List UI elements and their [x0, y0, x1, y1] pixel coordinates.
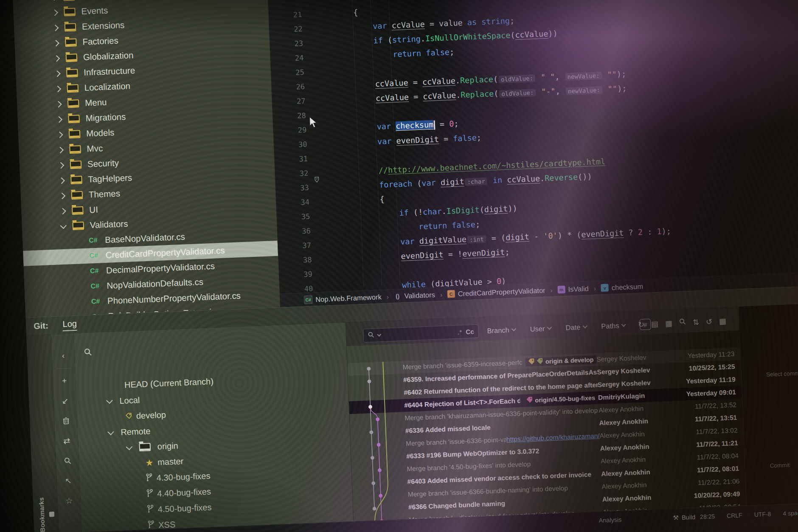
- code-token: var: [421, 178, 436, 187]
- commit-list[interactable]: Merge branch 'issue-6359-increase-perfor…: [347, 330, 747, 521]
- code-token: ;: [505, 247, 510, 256]
- compare-arrows-icon[interactable]: ⇄: [62, 436, 72, 446]
- refresh-icon[interactable]: ↻: [638, 320, 644, 329]
- code-editor[interactable]: ? ext methods? exposing APIs override bo…: [268, 0, 798, 307]
- chevron-right-icon[interactable]: [56, 116, 62, 123]
- filter-branch[interactable]: Branch: [487, 326, 519, 335]
- incoming-arrow-icon[interactable]: ↙: [60, 396, 70, 406]
- match-case-toggle[interactable]: Cc: [466, 328, 474, 335]
- commit-rows: Merge branch 'issue-6359-increase-perfor…: [347, 347, 746, 521]
- collapse-icon[interactable]: ‹: [58, 351, 69, 361]
- chevron-right-icon[interactable]: [51, 0, 58, 0]
- filter-paths[interactable]: Paths: [601, 321, 629, 330]
- breadcrumb-item-creditcardpropertyvalidator[interactable]: CCreditCardPropertyValidator: [447, 286, 545, 298]
- code-token: evenDigit: [462, 248, 505, 258]
- code-token: [317, 36, 374, 47]
- filter-label: User: [530, 324, 545, 333]
- breadcrumb-separator: ›: [593, 284, 596, 292]
- fold-gutter: [309, 43, 317, 43]
- chevron-down-icon[interactable]: [107, 429, 114, 436]
- line-number: 24: [270, 53, 310, 63]
- git-branches-panel[interactable]: HEAD (Current Branch)LocaldevelopRemoteo…: [74, 322, 354, 532]
- chevron-down-icon[interactable]: [126, 444, 133, 450]
- chevron-right-icon[interactable]: [54, 70, 61, 77]
- commit-date: 11/7/22, 11:21: [674, 439, 744, 450]
- find-icon[interactable]: [679, 318, 686, 328]
- commit-tag[interactable]: origin/4.50-bug-fixes: [523, 394, 598, 405]
- chevron-right-icon[interactable]: [57, 146, 64, 153]
- tab-log[interactable]: Log: [62, 318, 77, 331]
- chevron-down-icon[interactable]: [106, 397, 113, 404]
- reset-icon[interactable]: ↺: [706, 317, 713, 327]
- status-build[interactable]: ⚒ Build: [673, 513, 695, 522]
- chevron-down-icon: [583, 324, 587, 328]
- status-widget-4-spaces[interactable]: 4 spaces: [783, 509, 798, 517]
- code-token: [322, 166, 379, 177]
- code-token: (: [425, 279, 435, 288]
- chevron-right-icon[interactable]: [58, 177, 65, 184]
- code-token: evenDigit: [401, 250, 444, 261]
- commit-link[interactable]: https://github.com/khairuzaman/: [506, 432, 600, 444]
- fold-gutter: [316, 216, 323, 216]
- navigate-icon[interactable]: ⇅: [692, 318, 699, 327]
- paint-icon[interactable]: ▤: [651, 319, 659, 329]
- filter-user[interactable]: User: [530, 324, 555, 333]
- filter-date[interactable]: Date: [565, 323, 590, 332]
- fold-gutter: [313, 144, 321, 144]
- code-token: (: [479, 205, 484, 214]
- favorites-star-icon[interactable]: ☆: [64, 495, 74, 506]
- settings-grid-icon[interactable]: ▦: [719, 316, 727, 326]
- tag-label: origin & develop: [545, 356, 594, 365]
- code-token: (: [493, 74, 498, 83]
- breadcrumb-item-nop-web-framework[interactable]: C#Nop.Web.Framework: [304, 293, 382, 304]
- commit-author: Alexey Anokhin: [601, 480, 676, 490]
- code-token: Replace: [460, 74, 494, 84]
- csharp-file-icon: C#: [89, 251, 102, 259]
- chevron-right-icon[interactable]: [55, 101, 62, 107]
- status-widget-28-25[interactable]: 28:25: [700, 513, 715, 520]
- code-token: checksum: [396, 120, 434, 130]
- delete-icon[interactable]: [61, 416, 71, 426]
- chevron-right-icon[interactable]: [56, 131, 63, 138]
- search-icon[interactable]: [84, 348, 92, 358]
- chevron-right-icon[interactable]: [53, 55, 60, 62]
- chevron-right-icon[interactable]: [58, 162, 65, 169]
- chevron-right-icon[interactable]: [51, 9, 58, 16]
- build-label: Build: [682, 514, 696, 521]
- chevron-right-icon[interactable]: [59, 192, 66, 199]
- status-widget-utf-8[interactable]: UTF-8: [754, 511, 771, 518]
- breadcrumb-label: Nop.Web.Framework: [315, 293, 382, 303]
- branch-label: 4.50-bug-fixes: [157, 502, 212, 514]
- chevron-right-icon[interactable]: [52, 24, 59, 31]
- status-widget-crlf[interactable]: CRLF: [727, 512, 742, 519]
- navigate-arrow-icon[interactable]: ↖: [63, 475, 73, 486]
- status-analysis[interactable]: Analysis: [598, 516, 622, 524]
- breadcrumb-item-checksum[interactable]: vchecksum: [601, 282, 643, 292]
- line-number: 21: [269, 10, 308, 20]
- chevron-right-icon[interactable]: [53, 39, 59, 46]
- code-token: ,: [555, 72, 565, 81]
- line-number: 32: [275, 169, 315, 179]
- tree-item-label: BaseNopValidator.cs: [105, 231, 185, 245]
- find-icon[interactable]: [62, 455, 73, 466]
- code-token: ;: [475, 220, 480, 228]
- fold-marker-icon[interactable]: [314, 176, 320, 186]
- add-icon[interactable]: +: [59, 376, 70, 386]
- chevron-down-icon[interactable]: [60, 222, 67, 229]
- csharp-file-icon: C#: [89, 236, 102, 244]
- code-token: ccValue: [391, 20, 425, 30]
- regex-toggle[interactable]: .*: [457, 328, 463, 335]
- project-tree[interactable]: ControllersEventsExtensionsFactoriesGlob…: [13, 0, 281, 318]
- breadcrumb-item-isvalid[interactable]: mIsValid: [557, 284, 589, 294]
- tab-bookmarks[interactable]: Bookmarks: [37, 497, 55, 532]
- view-options-icon[interactable]: ▦: [665, 319, 673, 329]
- chevron-down-icon[interactable]: [377, 332, 381, 336]
- chevron-right-icon[interactable]: [55, 85, 62, 92]
- commit-date: 11/7/22, 13:02: [674, 426, 744, 437]
- commit-tag[interactable]: origin & develop: [525, 355, 597, 367]
- code-token: [325, 252, 401, 264]
- chevron-right-icon[interactable]: [59, 208, 66, 214]
- commit-search-input[interactable]: .* Cc: [363, 324, 479, 343]
- breadcrumb-item-validators[interactable]: ()Validators: [393, 290, 435, 300]
- tag-icon: [526, 397, 533, 405]
